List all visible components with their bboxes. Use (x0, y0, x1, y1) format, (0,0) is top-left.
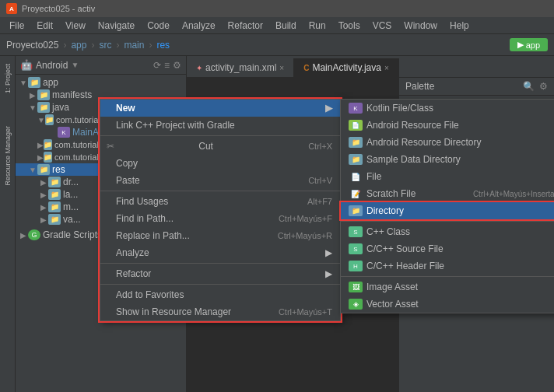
ctx-cut[interactable]: ✂ Cut Ctrl+X (100, 138, 340, 155)
ctx-cut-icon: ✂ (107, 141, 114, 152)
palette-search-icon[interactable]: 🔍 (523, 81, 535, 92)
sub-cpp-class[interactable]: S C++ Class (341, 223, 554, 240)
toolbar: Proyecto025 › app › src › main › res ▶ a… (0, 34, 554, 56)
sub-android-resource-file-label: Android Resource File (366, 120, 459, 131)
image-asset-icon: 🖼 (349, 282, 363, 292)
folder-icon-va: 📁 (48, 214, 61, 225)
breadcrumb-proyecto[interactable]: Proyecto025 (6, 40, 58, 51)
menu-file[interactable]: File (3, 19, 30, 33)
sub-cpp-class-label: C++ Class (366, 226, 410, 237)
gear-icon[interactable]: ⚙ (173, 60, 181, 71)
ctx-find-path[interactable]: Find in Path... Ctrl+Mayús+F (100, 210, 340, 227)
ctx-new-label: New (116, 103, 135, 114)
menu-vcs[interactable]: VCS (366, 19, 398, 33)
sub-image-asset[interactable]: 🖼 Image Asset (341, 278, 554, 296)
menu-refactor[interactable]: Refactor (222, 19, 269, 33)
ctx-copy[interactable]: Copy (100, 155, 340, 172)
sub-cpp-src[interactable]: S C/C++ Source File (341, 240, 554, 257)
tree-label-manifests: manifests (52, 89, 92, 100)
folder-icon-test: 📁 (44, 152, 52, 163)
menu-edit[interactable]: Edit (30, 19, 59, 33)
sub-vector-asset[interactable]: ◈ Vector Asset (341, 296, 554, 313)
ctx-find-usages[interactable]: Find Usages Alt+F7 (100, 193, 340, 210)
sub-cpp-src-label: C/C++ Source File (366, 243, 444, 254)
collapse-icon[interactable]: ≡ (164, 60, 170, 71)
breadcrumb-res[interactable]: res (156, 40, 170, 51)
breadcrumb-main[interactable]: main (124, 40, 144, 51)
android-resource-file-icon: 📄 (349, 120, 363, 131)
menu-run[interactable]: Run (303, 19, 332, 33)
panel-header-dropdown[interactable]: ▼ (71, 61, 79, 69)
ctx-find-path-label: Find in Path... (116, 213, 174, 224)
sync-icon[interactable]: ⟳ (153, 60, 161, 71)
ctx-cut-shortcut: Ctrl+X (308, 142, 332, 151)
project-side-tab[interactable]: 1: Project (2, 59, 13, 98)
ctx-analyze[interactable]: Analyze ▶ (100, 244, 340, 261)
breadcrumb-label-app: app (71, 40, 86, 51)
sub-directory-label: Directory (366, 205, 404, 216)
tab-mainactivity-java[interactable]: C MainActivity.java × (294, 58, 399, 77)
menu-view[interactable]: View (59, 19, 92, 33)
panel-header: 🤖 Android ▼ ⟳ ≡ ⚙ (16, 56, 186, 75)
ctx-add-favorites[interactable]: Add to Favorites (100, 286, 340, 303)
sub-android-resource-dir-left: 📁 Android Resource Directory (349, 137, 481, 148)
app-logo: A (6, 3, 17, 14)
breadcrumb-sep2: › (91, 40, 94, 51)
menu-tools[interactable]: Tools (332, 19, 366, 33)
panel-header-icons: ⟳ ≡ ⚙ (153, 60, 181, 71)
context-menu: New ▶ Link C++ Project with Gradle ✂ Cut… (100, 99, 341, 321)
tree-item-app[interactable]: ▼ 📁 app (16, 76, 186, 89)
menu-window[interactable]: Window (398, 19, 444, 33)
tree-label-app: app (43, 77, 58, 88)
breadcrumb-label-res: res (156, 40, 170, 51)
ctx-replace-path[interactable]: Replace in Path... Ctrl+Mayús+R (100, 227, 340, 244)
tab-close-xml[interactable]: × (279, 64, 284, 72)
breadcrumb-app[interactable]: app (71, 40, 86, 51)
tree-label-dr: dr... (63, 177, 79, 187)
tab-activity-xml[interactable]: ✦ activity_main.xml × (187, 58, 294, 77)
sub-directory-left: 📁 Directory (349, 205, 404, 216)
ctx-separator-4 (100, 284, 340, 285)
ctx-separator-1 (100, 135, 340, 136)
sub-sample-data-dir[interactable]: 📁 Sample Data Directory (341, 151, 554, 168)
sub-android-resource-dir[interactable]: 📁 Android Resource Directory (341, 134, 554, 151)
ctx-show-resource-label: Show in Resource Manager (116, 306, 231, 317)
ctx-add-favorites-label: Add to Favorites (116, 289, 184, 300)
sub-scratch-file[interactable]: 📝 Scratch File Ctrl+Alt+Mayús+Insertar (341, 185, 554, 202)
menu-code[interactable]: Code (141, 19, 176, 33)
tree-label-java: java (52, 102, 69, 113)
ctx-link-cpp-label: Link C++ Project with Gradle (116, 120, 235, 131)
menu-build[interactable]: Build (269, 19, 303, 33)
resource-manager-tab[interactable]: Resource Manager (2, 121, 13, 191)
menu-analyze[interactable]: Analyze (176, 19, 222, 33)
ctx-refactor-arrow: ▶ (325, 268, 332, 279)
sub-image-label: Image Asset (366, 282, 418, 292)
sub-cpp-hdr[interactable]: H C/C++ Header File (341, 257, 554, 275)
folder-icon-com: 📁 (45, 114, 54, 125)
sub-scratch-left: 📝 Scratch File (349, 188, 416, 199)
menu-help[interactable]: Help (444, 19, 475, 33)
ctx-separator-2 (100, 191, 340, 191)
run-button[interactable]: ▶ app (510, 38, 548, 51)
menu-navigate[interactable]: Navigate (92, 19, 141, 33)
sub-android-resource-file[interactable]: 📄 Android Resource File (341, 117, 554, 134)
breadcrumb-src[interactable]: src (99, 40, 111, 51)
sub-vector-label: Vector Asset (366, 299, 419, 310)
ctx-link-cpp[interactable]: Link C++ Project with Gradle (100, 117, 340, 134)
sub-sample-data-dir-label: Sample Data Directory (366, 154, 461, 165)
ctx-refactor[interactable]: Refactor ▶ (100, 265, 340, 282)
scratch-icon: 📝 (349, 188, 363, 199)
ctx-cut-label: Cut (198, 141, 213, 152)
sub-separator-1 (341, 221, 554, 222)
ctx-show-resource[interactable]: Show in Resource Manager Ctrl+Mayús+T (100, 303, 340, 320)
palette-gear-icon[interactable]: ⚙ (539, 81, 548, 92)
tab-close-java[interactable]: × (384, 64, 389, 72)
title-bar-title: Proyecto025 - activ (22, 4, 95, 13)
ctx-paste[interactable]: Paste Ctrl+V (100, 172, 340, 189)
ctx-new[interactable]: New ▶ (100, 100, 340, 117)
sub-file[interactable]: 📄 File (341, 168, 554, 185)
sub-kotlin[interactable]: K Kotlin File/Class (341, 100, 554, 117)
folder-icon-dr: 📁 (48, 177, 61, 187)
sub-directory[interactable]: 📁 Directory (341, 202, 554, 219)
tree-arrow-manifests: ▶ (28, 91, 37, 100)
